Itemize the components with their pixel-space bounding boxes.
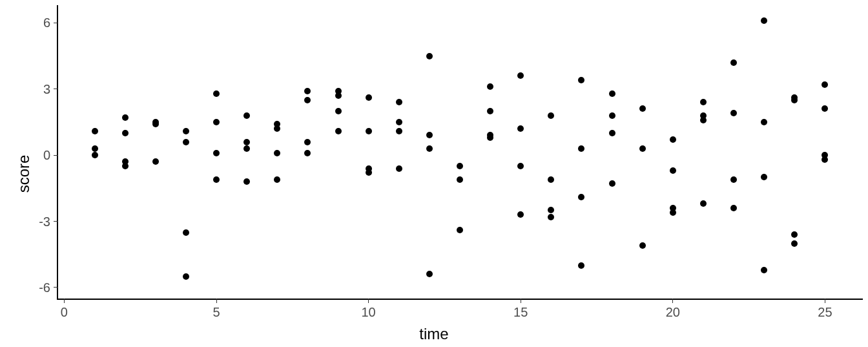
data-point (213, 119, 220, 125)
data-point (304, 88, 311, 94)
data-point (366, 169, 372, 176)
x-tick-mark (825, 299, 825, 303)
x-axis-line (57, 299, 863, 300)
data-point (335, 108, 342, 114)
y-tick-label: 3 (43, 81, 50, 96)
data-point (183, 139, 189, 145)
data-point (274, 176, 280, 183)
data-point (700, 99, 707, 105)
data-point (396, 99, 402, 105)
data-point (183, 273, 189, 280)
data-point (92, 145, 98, 152)
y-tick-mark (54, 89, 58, 89)
y-tick-mark (54, 221, 58, 222)
data-point (639, 105, 646, 112)
data-point (457, 163, 463, 169)
data-point (578, 194, 584, 200)
data-point (670, 136, 676, 143)
data-point (274, 150, 280, 156)
y-tick-label: 0 (43, 148, 50, 163)
data-point (578, 262, 584, 269)
data-point (396, 128, 402, 134)
data-point (700, 117, 707, 123)
data-point (396, 165, 402, 172)
data-point (791, 97, 798, 103)
data-point (670, 167, 676, 174)
data-point (730, 59, 737, 66)
data-point (122, 114, 129, 121)
data-point (366, 128, 372, 134)
data-point (426, 132, 433, 138)
data-point (122, 130, 129, 136)
data-point (578, 145, 584, 152)
data-point (517, 211, 524, 218)
data-point (457, 176, 463, 183)
y-tick-label: -6 (39, 280, 50, 295)
data-point (243, 112, 250, 119)
data-point (304, 97, 311, 103)
x-tick-label: 10 (362, 305, 376, 320)
data-point (822, 156, 828, 163)
data-point (761, 267, 767, 273)
data-point (426, 53, 433, 59)
y-tick-mark (54, 155, 58, 156)
data-point (730, 110, 737, 116)
data-point (92, 152, 98, 158)
data-point (517, 125, 524, 132)
data-point (791, 231, 798, 238)
data-point (609, 130, 615, 136)
data-point (548, 207, 554, 213)
data-point (457, 227, 463, 233)
data-point (183, 229, 189, 236)
data-point (761, 17, 767, 24)
data-point (487, 83, 493, 90)
y-axis-title: score (15, 154, 33, 193)
x-tick-mark (216, 299, 217, 303)
data-point (822, 105, 828, 112)
data-point (213, 90, 220, 97)
data-point (548, 176, 554, 183)
x-tick-label: 25 (818, 305, 832, 320)
data-point (487, 134, 493, 141)
data-point (152, 158, 159, 165)
data-point (517, 163, 524, 169)
data-point (670, 209, 676, 216)
data-point (822, 81, 828, 88)
data-point (700, 200, 707, 207)
data-point (213, 150, 220, 156)
data-point (730, 176, 737, 183)
data-point (487, 108, 493, 114)
plot-panel (58, 5, 862, 299)
data-point (761, 174, 767, 180)
x-tick-mark (368, 299, 369, 303)
scatter-chart: 0510152025-6-3036 score time (0, 0, 868, 347)
data-point (213, 176, 220, 183)
data-point (152, 121, 159, 127)
data-point (517, 72, 524, 79)
data-point (122, 163, 129, 169)
x-axis-title: time (419, 325, 448, 343)
data-point (426, 271, 433, 277)
data-point (335, 128, 342, 134)
data-point (274, 125, 280, 132)
y-tick-mark (54, 287, 58, 288)
data-point (639, 145, 646, 152)
y-axis-line (57, 5, 58, 299)
data-point (609, 180, 615, 187)
data-point (426, 145, 433, 152)
data-point (548, 112, 554, 119)
data-point (243, 145, 250, 152)
data-point (335, 92, 342, 99)
data-point (396, 119, 402, 125)
x-tick-label: 15 (513, 305, 528, 320)
y-tick-label: 6 (43, 16, 50, 30)
data-point (761, 119, 767, 125)
data-point (92, 128, 98, 134)
x-tick-mark (672, 299, 673, 303)
data-point (609, 90, 615, 97)
data-point (304, 150, 311, 156)
data-point (243, 178, 250, 185)
x-tick-label: 5 (212, 305, 220, 320)
data-point (366, 94, 372, 101)
data-point (243, 139, 250, 145)
